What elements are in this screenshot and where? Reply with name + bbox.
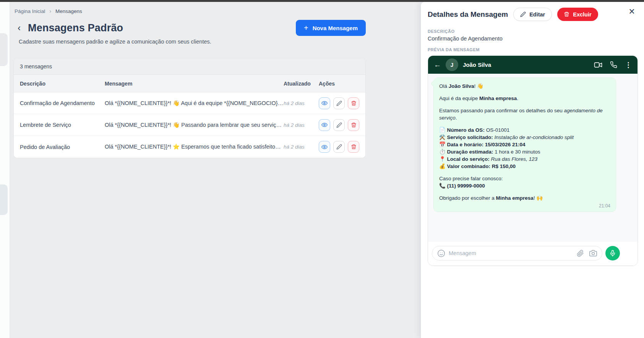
eye-icon: [321, 100, 328, 106]
edit-message-button[interactable]: Editar: [513, 8, 552, 21]
chevron-left-icon: ‹: [18, 23, 21, 33]
message-bubble: Olá João Silva! 👋Aqui é da equipe Minha …: [433, 78, 616, 212]
description-label: DESCRIÇÃO: [428, 29, 636, 34]
sidebar-ghost-item: [0, 184, 8, 215]
new-message-button[interactable]: + Nova Mensagem: [296, 20, 366, 36]
video-call-icon[interactable]: [594, 61, 602, 68]
messages-table-card: 3 mensagens Descrição Mensagem Atualizad…: [13, 58, 366, 158]
breadcrumb: Página Inicial › Mensagens: [13, 2, 366, 14]
edit-button[interactable]: [333, 119, 345, 131]
edit-button[interactable]: [333, 141, 345, 153]
kebab-menu-icon[interactable]: ⋮: [625, 61, 632, 69]
delete-button[interactable]: [348, 141, 359, 153]
delete-button[interactable]: [348, 97, 359, 109]
details-title: Detalhes da Mensagem: [428, 10, 508, 19]
table-row[interactable]: Confirmação de Agendamento Olá *{{NOME_C…: [14, 92, 365, 114]
description-value: Confirmação de Agendamento: [428, 36, 636, 42]
table-row[interactable]: Lembrete de Serviço Olá *{{NOME_CLIENTE}…: [14, 114, 365, 136]
back-button[interactable]: ‹: [13, 24, 25, 32]
voice-call-icon[interactable]: [610, 61, 617, 68]
trash-icon: [351, 100, 357, 106]
chevron-right-icon: ›: [49, 8, 51, 14]
row-description: Lembrete de Serviço: [20, 122, 105, 128]
camera-icon[interactable]: [589, 249, 597, 257]
contact-name: João Silva: [463, 61, 589, 68]
table-row[interactable]: Pedido de Avaliação Olá *{{NOME_CLIENTE}…: [14, 136, 365, 158]
chat-body: Olá João Silva! 👋Aqui é da equipe Minha …: [428, 74, 638, 242]
trash-icon: [564, 11, 569, 17]
breadcrumb-current: Mensagens: [55, 8, 82, 14]
collapsed-sidebar-rail[interactable]: [0, 2, 10, 338]
avatar: J: [446, 58, 458, 71]
plus-icon: +: [304, 24, 308, 32]
emoji-icon[interactable]: [437, 249, 445, 257]
chat-footer: Mensagem: [428, 242, 638, 265]
sidebar-ghost-item: [0, 33, 8, 66]
delete-button[interactable]: [348, 119, 359, 131]
column-header-message: Mensagem: [105, 81, 284, 87]
attach-icon[interactable]: [577, 250, 584, 257]
page-subtitle: Cadastre suas mensagens padrão e agilize…: [19, 39, 366, 45]
chat-header: ← J João Silva ⋮: [428, 56, 638, 74]
close-icon[interactable]: ×: [629, 6, 635, 17]
view-button[interactable]: [319, 141, 330, 153]
row-updated: há 2 dias: [284, 144, 319, 150]
row-description: Confirmação de Agendamento: [20, 100, 105, 106]
microphone-icon: [609, 250, 616, 257]
row-description: Pedido de Avaliação: [20, 144, 105, 150]
table-header: Descrição Mensagem Atualizado Ações: [14, 75, 365, 92]
edit-button[interactable]: [333, 97, 345, 109]
table-body: Confirmação de Agendamento Olá *{{NOME_C…: [14, 92, 365, 158]
delete-message-button[interactable]: Excluir: [557, 8, 598, 21]
row-message-preview: Olá *{{NOME_CLIENTE}}*! 👋 Aqui é da equi…: [105, 100, 284, 107]
trash-icon: [351, 144, 357, 150]
pencil-icon: [336, 144, 342, 150]
message-timestamp: 21:04: [439, 203, 610, 209]
eye-icon: [321, 144, 328, 150]
column-header-updated: Atualizado: [284, 81, 319, 87]
pencil-icon: [336, 100, 342, 106]
input-placeholder: Mensagem: [449, 250, 573, 256]
column-header-description: Descrição: [20, 81, 105, 87]
row-message-preview: Olá *{{NOME_CLIENTE}}*! ⭐ Esperamos que …: [105, 144, 284, 150]
chat-back-arrow-icon[interactable]: ←: [434, 61, 441, 68]
preview-label: PRÉVIA DA MENSAGEM: [428, 47, 636, 52]
mic-button[interactable]: [605, 246, 620, 260]
message-details-panel: × Detalhes da Mensagem Editar Excluir DE…: [420, 2, 644, 338]
view-button[interactable]: [319, 97, 330, 109]
main-content: Página Inicial › Mensagens ‹ Mensagens P…: [10, 2, 420, 338]
chat-message-input[interactable]: Mensagem: [432, 246, 602, 260]
breadcrumb-home-link[interactable]: Página Inicial: [15, 8, 45, 14]
row-updated: há 2 dias: [284, 100, 319, 106]
page-title: Mensagens Padrão: [28, 22, 123, 34]
eye-icon: [321, 122, 328, 128]
trash-icon: [351, 122, 357, 128]
whatsapp-preview: ← J João Silva ⋮ Olá João Silva! 👋Aqui é…: [428, 55, 638, 266]
chat-message-text: Olá João Silva! 👋Aqui é da equipe Minha …: [439, 82, 610, 202]
row-message-preview: Olá *{{NOME_CLIENTE}}*! 👋 Passando para …: [105, 122, 284, 128]
view-button[interactable]: [319, 119, 330, 131]
top-window-strip: [0, 0, 644, 2]
pencil-icon: [336, 122, 342, 128]
row-updated: há 2 dias: [284, 122, 319, 128]
pencil-icon: [520, 11, 526, 17]
column-header-actions: Ações: [319, 81, 359, 87]
messages-count: 3 mensagens: [14, 58, 365, 75]
